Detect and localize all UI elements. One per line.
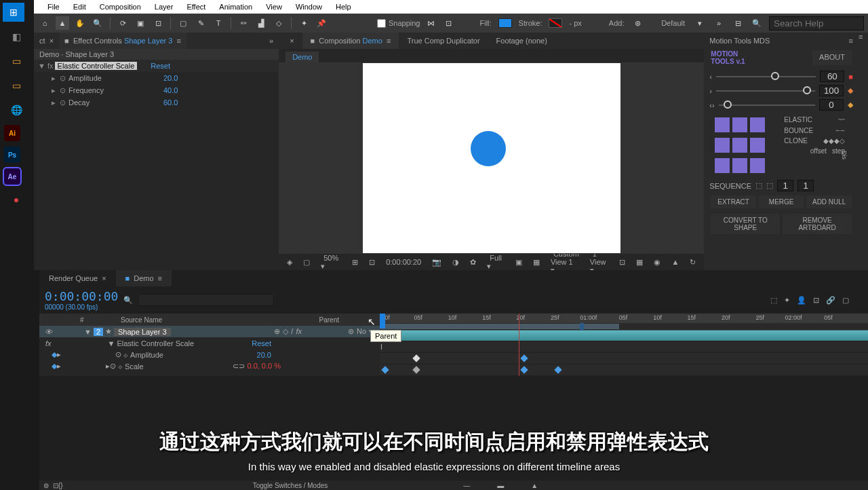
snap-opt2-icon[interactable]: ⊡: [442, 16, 456, 30]
vf-icon4[interactable]: ⊡: [366, 258, 378, 267]
taskbar-chrome[interactable]: 🌐: [4, 100, 28, 119]
menu-view[interactable]: View: [259, 3, 289, 11]
comp-flowchart-chip[interactable]: Demo: [285, 52, 319, 62]
slider-marker-1[interactable]: ■: [848, 73, 853, 81]
slider-both[interactable]: ‹› ◆: [707, 98, 856, 112]
panel-overflow-icon[interactable]: »: [264, 37, 279, 45]
color-icon[interactable]: ✿: [467, 258, 479, 267]
menu-animation[interactable]: Animation: [212, 3, 259, 11]
footer-icon-1[interactable]: ⊚: [39, 482, 53, 489]
merge-button[interactable]: MERGE: [759, 195, 804, 208]
workspace-menu-icon[interactable]: ▾: [693, 16, 707, 30]
tl-icon-2[interactable]: ✦: [784, 296, 790, 305]
add-null-button[interactable]: ADD NULL: [806, 195, 852, 208]
keyframe[interactable]: [555, 366, 562, 373]
tl-icon-6[interactable]: ▢: [842, 296, 849, 305]
timeline-demo-tab[interactable]: ■Demo≡: [116, 270, 172, 286]
layer-bar-track[interactable]: [380, 330, 868, 341]
keyframe[interactable]: [520, 366, 528, 373]
seq-offset-input[interactable]: [777, 180, 793, 191]
tl-icon-5[interactable]: 🔗: [826, 296, 835, 305]
timeline-scale-row[interactable]: ◆▸ ▸ ⊙ ⟐ Scale ⊂⊃ 0.0, 0.0 %: [39, 360, 380, 372]
vf-icon9[interactable]: ▦: [633, 258, 646, 267]
layer-row-shape3[interactable]: 👁 ▼ 2 ★ Shape Layer 3 ⊕◇/fx ⊚ No▾: [39, 326, 380, 337]
effect-controls-tab[interactable]: ■ Effect Controls Shape Layer 3 ≡: [59, 33, 186, 49]
prop-frequency[interactable]: ▸⊙ Frequency 40.0: [34, 84, 279, 96]
slider-in[interactable]: ‹ ■: [707, 69, 856, 83]
timeline-tracks[interactable]: 0f 05f 10f 15f 20f 25f 01:00f 05f 10f 15…: [380, 314, 868, 376]
stopwatch-icon-2[interactable]: ⊙: [110, 362, 116, 371]
anchor-bc[interactable]: [732, 158, 747, 173]
elastic-mode[interactable]: ELASTIC〰: [777, 115, 852, 125]
snapshot-icon[interactable]: 📷: [429, 258, 444, 267]
panel-menu-icon[interactable]: ≡: [849, 37, 853, 45]
search-icon[interactable]: 🔍: [750, 16, 764, 30]
menu-layer[interactable]: Layer: [148, 3, 180, 11]
bounce-mode[interactable]: BOUNCE⌢⌢: [777, 125, 852, 136]
effect-name[interactable]: Elastic Controller Scale: [55, 62, 138, 70]
taskbar-record[interactable]: ●: [4, 190, 28, 209]
menu-file[interactable]: File: [41, 3, 66, 11]
anchor-ml[interactable]: [715, 138, 730, 153]
tab-footage[interactable]: Footage (none): [488, 33, 555, 49]
clone-mode[interactable]: CLONE◆◆◆◇: [777, 136, 852, 146]
composition-viewer[interactable]: [279, 62, 704, 254]
zoom-slider[interactable]: ▬: [497, 482, 504, 489]
convert-shape-button[interactable]: CONVERT TO SHAPE: [711, 214, 780, 234]
text-tool-icon[interactable]: T: [212, 16, 225, 30]
vf-icon7[interactable]: ▦: [530, 258, 542, 267]
current-timecode[interactable]: 0:00:00:00: [45, 289, 118, 303]
zoom-dropdown[interactable]: 50% ▾: [318, 254, 344, 271]
slider-in-value[interactable]: [820, 71, 844, 82]
playhead-line[interactable]: [519, 314, 519, 376]
project-tab[interactable]: ct ×: [34, 33, 59, 49]
taskbar-ae[interactable]: Ae: [4, 168, 20, 185]
about-button[interactable]: ABOUT: [812, 50, 852, 65]
anchor-mc[interactable]: [732, 138, 747, 153]
resolution-dropdown[interactable]: Full ▾: [484, 254, 507, 271]
overflow-icon[interactable]: »: [712, 16, 726, 30]
anchor-tl[interactable]: [715, 117, 730, 132]
timeline-effect-row[interactable]: fx ▼ Elastic Controller Scale Reset: [39, 337, 380, 349]
brush-tool-icon[interactable]: ✏: [237, 16, 250, 30]
snap-opt-icon[interactable]: ⋈: [425, 16, 438, 30]
tl-icon-1[interactable]: ⬚: [770, 296, 777, 305]
taskbar-app-1[interactable]: ◧: [4, 27, 28, 46]
zoom-out-icon[interactable]: —: [463, 482, 470, 489]
prop-decay[interactable]: ▸⊙ Decay 60.0: [34, 96, 279, 109]
keyframe[interactable]: [520, 354, 528, 362]
eraser-tool-icon[interactable]: ◇: [272, 16, 285, 30]
tab-true-comp[interactable]: True Comp Duplicator: [399, 33, 488, 49]
hand-tool-icon[interactable]: ✋: [73, 16, 87, 30]
taskbar-ai[interactable]: Ai: [4, 125, 20, 141]
anchor-tr[interactable]: [750, 117, 765, 132]
effect-reset[interactable]: Reset: [151, 62, 170, 70]
tl-shy-icon[interactable]: 👤: [797, 296, 806, 305]
extract-button[interactable]: EXTRACT: [711, 195, 756, 208]
workspace-default[interactable]: Default: [658, 19, 688, 27]
add-menu-icon[interactable]: ⊛: [631, 16, 644, 30]
panel-menu-right[interactable]: ≡: [859, 33, 868, 270]
anchor-bl[interactable]: [715, 158, 730, 173]
search-input[interactable]: [769, 16, 864, 31]
anchor-tc[interactable]: [732, 117, 747, 132]
remove-artboard-button[interactable]: REMOVE ARTBOARD: [783, 214, 852, 234]
roto-tool-icon[interactable]: ✦: [297, 16, 311, 30]
vf-icon10[interactable]: ◉: [651, 258, 663, 267]
menu-window[interactable]: Window: [289, 3, 329, 11]
slider-marker-3[interactable]: ◆: [848, 100, 853, 109]
tl-icon-4[interactable]: ⊡: [813, 296, 819, 305]
stopwatch-icon[interactable]: ⊙: [115, 350, 121, 359]
snapping-checkbox[interactable]: Snapping: [377, 19, 420, 28]
slider-both-value[interactable]: [819, 99, 844, 111]
seq-icon-1[interactable]: ⬚: [755, 181, 762, 190]
toolbar-swap-icon[interactable]: ⊟: [731, 16, 745, 30]
seq-step-input[interactable]: [797, 180, 814, 191]
parent-pickwhip-icon[interactable]: ⊚: [348, 327, 354, 336]
menu-composition[interactable]: Composition: [93, 3, 148, 11]
cti-marker[interactable]: [380, 314, 385, 328]
menu-help[interactable]: Help: [329, 3, 358, 11]
vf-refresh-icon[interactable]: ↻: [687, 258, 698, 267]
puppet-tool-icon[interactable]: 📌: [315, 16, 328, 30]
footer-icon-3[interactable]: {}: [58, 482, 63, 489]
